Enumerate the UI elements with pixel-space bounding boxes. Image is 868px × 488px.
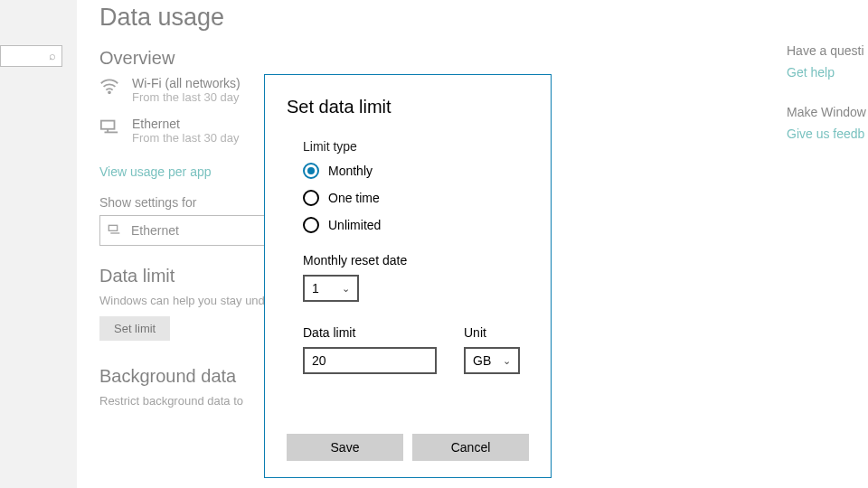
reset-date-label: Monthly reset date <box>303 253 529 267</box>
chevron-down-icon: ⌄ <box>342 283 350 295</box>
ethernet-title: Ethernet <box>132 117 240 131</box>
svg-rect-4 <box>108 225 117 230</box>
show-settings-value: Ethernet <box>131 223 179 238</box>
ethernet-icon <box>99 117 132 139</box>
dialog-title: Set data limit <box>287 97 529 117</box>
unit-select[interactable]: GB ⌄ <box>464 347 520 374</box>
radio-onetime[interactable]: One time <box>303 190 529 206</box>
svg-rect-1 <box>101 121 115 129</box>
svg-point-0 <box>108 91 110 93</box>
reset-date-value: 1 <box>312 281 319 296</box>
set-data-limit-dialog: Set data limit Limit type Monthly One ti… <box>264 74 552 478</box>
page-title: Data usage <box>99 4 769 32</box>
save-button[interactable]: Save <box>287 434 403 461</box>
unit-label: Unit <box>464 325 520 340</box>
overview-heading: Overview <box>99 48 769 69</box>
reset-date-select[interactable]: 1 ⌄ <box>303 275 359 302</box>
make-windows-label: Make Window <box>787 105 868 119</box>
radio-icon <box>303 163 319 179</box>
search-icon: ⌕ <box>49 49 56 62</box>
ethernet-sub: From the last 30 day <box>132 131 240 145</box>
data-limit-input[interactable] <box>303 347 437 374</box>
wifi-icon <box>99 76 132 99</box>
chevron-down-icon: ⌄ <box>503 355 511 367</box>
view-usage-link[interactable]: View usage per app <box>99 164 212 179</box>
data-limit-field-label: Data limit <box>303 325 437 340</box>
give-feedback-link[interactable]: Give us feedb <box>787 127 868 141</box>
wifi-sub: From the last 30 day <box>132 90 241 104</box>
radio-unlimited-label: Unlimited <box>328 218 381 232</box>
set-limit-button[interactable]: Set limit <box>99 316 170 341</box>
radio-icon <box>303 217 319 233</box>
limit-type-label: Limit type <box>303 139 529 154</box>
cancel-button[interactable]: Cancel <box>412 434 529 461</box>
wifi-title: Wi-Fi (all networks) <box>132 76 241 90</box>
ethernet-icon <box>108 223 122 239</box>
radio-icon <box>303 190 319 206</box>
settings-nav-sidebar: ⌕ <box>0 0 77 488</box>
radio-monthly-label: Monthly <box>328 164 373 178</box>
have-question-label: Have a questi <box>787 43 868 58</box>
right-help-column: Have a questi Get help Make Window Give … <box>787 43 868 166</box>
radio-onetime-label: One time <box>328 191 380 205</box>
radio-monthly[interactable]: Monthly <box>303 163 529 179</box>
radio-unlimited[interactable]: Unlimited <box>303 217 529 233</box>
search-input[interactable]: ⌕ <box>0 45 62 67</box>
unit-value: GB <box>473 353 491 368</box>
get-help-link[interactable]: Get help <box>787 65 868 80</box>
